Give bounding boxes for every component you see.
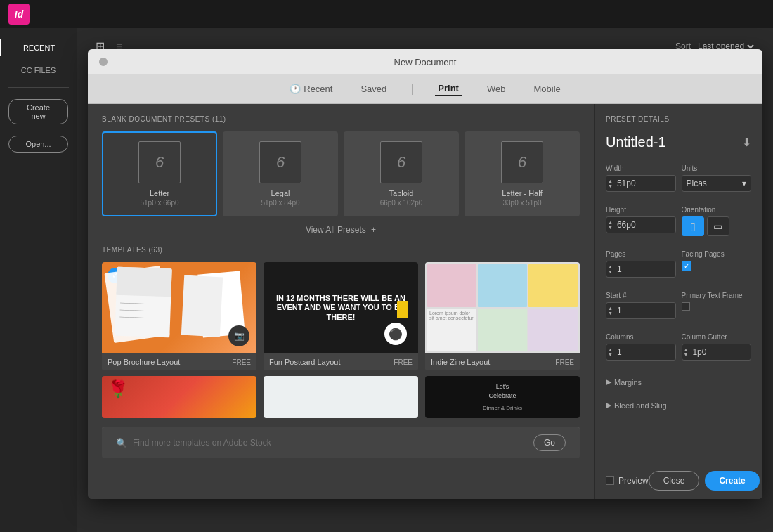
pages-input[interactable] bbox=[614, 261, 675, 277]
view-all-presets-link[interactable]: View All Presets + bbox=[102, 225, 580, 235]
tab-saved[interactable]: Saved bbox=[358, 82, 389, 96]
pages-down-arrow[interactable]: ▼ bbox=[608, 269, 613, 274]
column-gutter-up-arrow[interactable]: ▲ bbox=[684, 347, 689, 352]
preset-legal-name: Legal bbox=[233, 189, 328, 197]
preset-legal[interactable]: 6 Legal 51p0 x 84p0 bbox=[223, 131, 338, 216]
template-indie-zine[interactable]: Lorem ipsum dolor sit amet consectetur I… bbox=[425, 262, 580, 370]
clock-icon: 🕐 bbox=[290, 84, 301, 94]
bleed-slug-expand[interactable]: ▶ Bleed and Slug bbox=[606, 398, 751, 413]
sidebar-item-cc-files[interactable]: CC FILES bbox=[0, 62, 77, 79]
preset-letter-half[interactable]: 6 Letter - Half 33p0 x 51p0 bbox=[465, 131, 580, 216]
tab-web[interactable]: Web bbox=[484, 82, 509, 96]
tab-print-label: Print bbox=[438, 83, 459, 93]
pages-spinner[interactable]: ▲ ▼ bbox=[606, 261, 676, 278]
column-gutter-down-arrow[interactable]: ▼ bbox=[684, 352, 689, 357]
brochure-page-front: ————————————————— bbox=[115, 267, 171, 338]
facing-pages-checkbox[interactable]: ✓ bbox=[682, 261, 691, 271]
save-preset-icon[interactable]: ⬇ bbox=[742, 136, 751, 149]
template-pop-brochure-label: Pop Brochure Layout FREE bbox=[102, 353, 256, 370]
preset-letter-half-name: Letter - Half bbox=[474, 189, 570, 197]
content-area: ⊞ ≡ Sort Last opened bbox=[77, 28, 773, 532]
sidebar-item-recent[interactable]: RECENT bbox=[0, 39, 77, 56]
close-button[interactable]: Close bbox=[649, 471, 700, 491]
preset-tabloid-icon: 6 bbox=[380, 141, 422, 183]
preset-details-title: PRESET DETAILS bbox=[606, 115, 751, 123]
template-fun-postcard[interactable]: in 12 months there will be an event and … bbox=[264, 262, 418, 370]
tab-recent[interactable]: 🕐 Recent bbox=[287, 82, 335, 96]
tab-web-label: Web bbox=[487, 84, 506, 94]
start-down-arrow[interactable]: ▼ bbox=[608, 311, 613, 316]
height-group: Height ▲ ▼ bbox=[606, 206, 676, 236]
height-up-arrow[interactable]: ▲ bbox=[608, 220, 613, 225]
brochure-content-lines: ————————————————— bbox=[115, 295, 171, 326]
postcard-rect-icon bbox=[397, 301, 408, 318]
preview-checkbox[interactable] bbox=[606, 476, 614, 485]
template-magazine-partial[interactable] bbox=[264, 376, 418, 418]
pages-up-arrow[interactable]: ▲ bbox=[608, 264, 613, 269]
units-chevron-icon: ▾ bbox=[742, 179, 746, 188]
template-pop-brochure[interactable]: ✓ ————————————————— bbox=[102, 262, 256, 370]
start-spinner[interactable]: ▲ ▼ bbox=[606, 302, 676, 319]
columns-down-arrow[interactable]: ▼ bbox=[608, 352, 613, 357]
template-fun-postcard-badge: FREE bbox=[394, 358, 413, 366]
column-gutter-input[interactable] bbox=[689, 344, 751, 360]
start-input[interactable] bbox=[614, 303, 675, 318]
height-spinner-arrows: ▲ ▼ bbox=[606, 220, 614, 230]
width-label: Width bbox=[606, 164, 676, 172]
tab-recent-label: Recent bbox=[304, 84, 332, 94]
start-up-arrow[interactable]: ▲ bbox=[608, 306, 613, 311]
height-spinner[interactable]: ▲ ▼ bbox=[606, 216, 676, 233]
dinner-drinks-text: Dinner & Drinks bbox=[483, 404, 522, 413]
column-gutter-label: Column Gutter bbox=[682, 333, 752, 341]
modal-overlay: New Document 🕐 Recent Saved Print bbox=[77, 28, 773, 532]
portrait-button[interactable]: ▯ bbox=[682, 216, 704, 236]
width-down-arrow[interactable]: ▼ bbox=[608, 183, 613, 188]
go-button[interactable]: Go bbox=[533, 434, 566, 451]
main-layout: RECENT CC FILES Create new Open... ⊞ ≡ S… bbox=[0, 28, 773, 532]
height-down-arrow[interactable]: ▼ bbox=[608, 225, 613, 230]
pages-facing-row: Pages ▲ ▼ Facing Pages bbox=[606, 250, 751, 278]
width-up-arrow[interactable]: ▲ bbox=[608, 179, 613, 183]
preset-letter-icon: 6 bbox=[138, 141, 181, 183]
preset-letter-name: Letter bbox=[112, 189, 207, 197]
units-label: Units bbox=[682, 164, 752, 172]
template-fun-postcard-name: Fun Postcard Layout bbox=[269, 358, 341, 366]
template-dinner-partial[interactable]: Let'sCelebrate Dinner & Drinks bbox=[425, 376, 580, 418]
landscape-button[interactable]: ▭ bbox=[707, 216, 729, 236]
traffic-light-close[interactable] bbox=[99, 58, 108, 66]
pages-spinner-arrows: ▲ ▼ bbox=[606, 264, 614, 274]
height-input[interactable] bbox=[614, 217, 675, 233]
search-input[interactable] bbox=[133, 438, 528, 448]
bleed-slug-expand-label: Bleed and Slug bbox=[614, 401, 667, 410]
presets-grid: 6 Letter 51p0 x 66p0 6 Legal bbox=[102, 131, 580, 216]
right-panel: PRESET DETAILS Untitled-1 ⬇ Width bbox=[594, 104, 762, 499]
preview-check-row: Preview bbox=[606, 476, 649, 486]
columns-spinner[interactable]: ▲ ▼ bbox=[606, 344, 676, 361]
new-document-modal: New Document 🕐 Recent Saved Print bbox=[88, 49, 762, 499]
brochure-icon-circle: 📷 bbox=[228, 325, 249, 346]
width-spinner[interactable]: ▲ ▼ bbox=[606, 175, 676, 192]
preset-letter[interactable]: 6 Letter 51p0 x 66p0 bbox=[102, 131, 217, 216]
app-icon: Id bbox=[8, 4, 30, 25]
column-gutter-spinner-arrows: ▲ ▼ bbox=[682, 347, 690, 357]
column-gutter-spinner[interactable]: ▲ ▼ bbox=[682, 344, 752, 361]
width-input[interactable] bbox=[614, 176, 675, 191]
primary-text-checkbox[interactable] bbox=[682, 302, 690, 311]
zine-cell-3 bbox=[528, 264, 578, 307]
preset-tabloid[interactable]: 6 Tabloid 66p0 x 102p0 bbox=[344, 131, 459, 216]
open-button[interactable]: Open... bbox=[8, 136, 68, 153]
create-new-button[interactable]: Create new bbox=[8, 99, 68, 124]
width-group: Width ▲ ▼ bbox=[606, 164, 676, 192]
margins-expand[interactable]: ▶ Margins bbox=[606, 375, 751, 389]
template-flowers-partial[interactable] bbox=[102, 376, 256, 418]
units-select[interactable]: Picas ▾ bbox=[682, 175, 752, 192]
tab-mobile[interactable]: Mobile bbox=[531, 82, 563, 96]
create-button[interactable]: Create bbox=[705, 471, 759, 491]
tab-print[interactable]: Print bbox=[435, 82, 462, 96]
sidebar-divider bbox=[8, 87, 69, 88]
templates-title: TEMPLATES (63) bbox=[102, 246, 580, 254]
columns-up-arrow[interactable]: ▲ bbox=[608, 347, 613, 352]
start-label: Start # bbox=[606, 292, 676, 299]
facing-pages-checkbox-row: ✓ bbox=[682, 261, 752, 271]
columns-input[interactable] bbox=[614, 344, 675, 360]
